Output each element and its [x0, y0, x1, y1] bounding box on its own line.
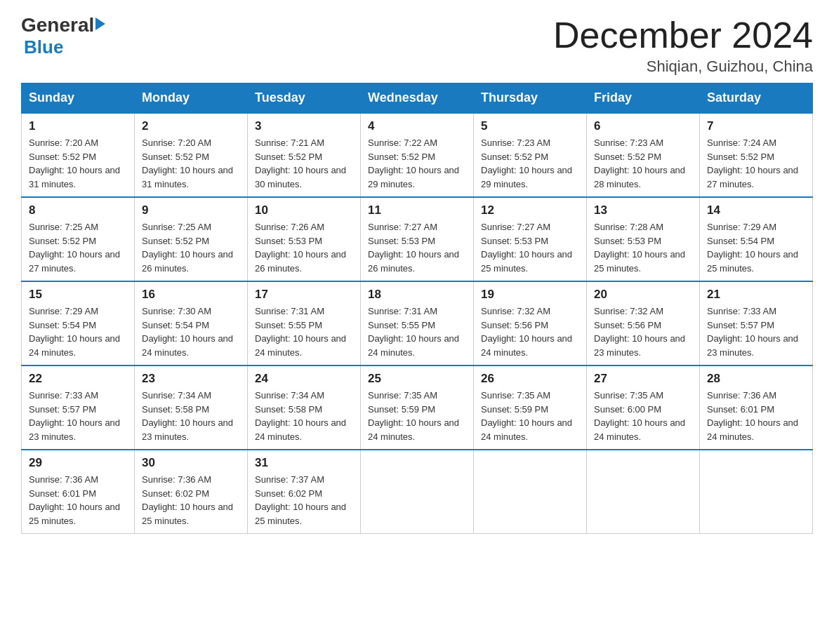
- day-info: Sunrise: 7:35 AMSunset: 5:59 PMDaylight:…: [368, 389, 466, 443]
- day-info: Sunrise: 7:20 AMSunset: 5:52 PMDaylight:…: [29, 136, 127, 191]
- day-number: 1: [29, 119, 127, 133]
- calendar-cell: 3Sunrise: 7:21 AMSunset: 5:52 PMDaylight…: [248, 113, 361, 197]
- day-info: Sunrise: 7:27 AMSunset: 5:53 PMDaylight:…: [481, 220, 579, 275]
- calendar-week-row: 15Sunrise: 7:29 AMSunset: 5:54 PMDayligh…: [22, 281, 813, 365]
- day-number: 12: [481, 203, 579, 217]
- day-number: 14: [707, 203, 805, 217]
- day-number: 25: [368, 372, 466, 386]
- day-number: 31: [255, 456, 353, 470]
- calendar-cell: 1Sunrise: 7:20 AMSunset: 5:52 PMDaylight…: [22, 113, 135, 197]
- calendar-cell: [361, 450, 474, 534]
- day-info: Sunrise: 7:34 AMSunset: 5:58 PMDaylight:…: [142, 389, 240, 443]
- day-number: 19: [481, 288, 579, 302]
- calendar-cell: 15Sunrise: 7:29 AMSunset: 5:54 PMDayligh…: [22, 281, 135, 365]
- day-info: Sunrise: 7:29 AMSunset: 5:54 PMDaylight:…: [29, 304, 127, 359]
- calendar-cell: 17Sunrise: 7:31 AMSunset: 5:55 PMDayligh…: [248, 281, 361, 365]
- calendar-cell: 16Sunrise: 7:30 AMSunset: 5:54 PMDayligh…: [135, 281, 248, 365]
- day-info: Sunrise: 7:32 AMSunset: 5:56 PMDaylight:…: [481, 304, 579, 359]
- title-section: December 2024 Shiqian, Guizhou, China: [553, 14, 813, 76]
- day-info: Sunrise: 7:36 AMSunset: 6:02 PMDaylight:…: [142, 473, 240, 528]
- calendar-header-row: SundayMondayTuesdayWednesdayThursdayFrid…: [22, 83, 813, 114]
- day-info: Sunrise: 7:31 AMSunset: 5:55 PMDaylight:…: [255, 304, 353, 359]
- day-info: Sunrise: 7:27 AMSunset: 5:53 PMDaylight:…: [368, 220, 466, 275]
- day-info: Sunrise: 7:34 AMSunset: 5:58 PMDaylight:…: [255, 389, 353, 443]
- day-info: Sunrise: 7:35 AMSunset: 6:00 PMDaylight:…: [594, 389, 692, 443]
- day-info: Sunrise: 7:26 AMSunset: 5:53 PMDaylight:…: [255, 220, 353, 275]
- calendar-cell: 19Sunrise: 7:32 AMSunset: 5:56 PMDayligh…: [474, 281, 587, 365]
- day-number: 10: [255, 203, 353, 217]
- day-info: Sunrise: 7:24 AMSunset: 5:52 PMDaylight:…: [707, 136, 805, 191]
- day-header-saturday: Saturday: [700, 83, 813, 114]
- calendar-cell: 26Sunrise: 7:35 AMSunset: 5:59 PMDayligh…: [474, 365, 587, 450]
- day-number: 15: [29, 288, 127, 302]
- calendar-week-row: 29Sunrise: 7:36 AMSunset: 6:01 PMDayligh…: [22, 450, 813, 534]
- calendar-week-row: 8Sunrise: 7:25 AMSunset: 5:52 PMDaylight…: [22, 197, 813, 281]
- day-number: 23: [142, 372, 240, 386]
- logo-triangle-icon: [95, 18, 105, 30]
- day-header-tuesday: Tuesday: [248, 83, 361, 114]
- day-number: 9: [142, 203, 240, 217]
- calendar-cell: 11Sunrise: 7:27 AMSunset: 5:53 PMDayligh…: [361, 197, 474, 281]
- day-info: Sunrise: 7:28 AMSunset: 5:53 PMDaylight:…: [594, 220, 692, 275]
- calendar-cell: 29Sunrise: 7:36 AMSunset: 6:01 PMDayligh…: [22, 450, 135, 534]
- day-info: Sunrise: 7:36 AMSunset: 6:01 PMDaylight:…: [707, 389, 805, 443]
- day-number: 26: [481, 372, 579, 386]
- day-number: 30: [142, 456, 240, 470]
- calendar-week-row: 1Sunrise: 7:20 AMSunset: 5:52 PMDaylight…: [22, 113, 813, 197]
- day-info: Sunrise: 7:20 AMSunset: 5:52 PMDaylight:…: [142, 136, 240, 191]
- day-info: Sunrise: 7:31 AMSunset: 5:55 PMDaylight:…: [368, 304, 466, 359]
- day-header-monday: Monday: [135, 83, 248, 114]
- day-number: 18: [368, 288, 466, 302]
- day-info: Sunrise: 7:33 AMSunset: 5:57 PMDaylight:…: [29, 389, 127, 443]
- day-number: 29: [29, 456, 127, 470]
- day-number: 21: [707, 288, 805, 302]
- day-header-friday: Friday: [587, 83, 700, 114]
- day-number: 24: [255, 372, 353, 386]
- calendar-cell: 9Sunrise: 7:25 AMSunset: 5:52 PMDaylight…: [135, 197, 248, 281]
- day-info: Sunrise: 7:25 AMSunset: 5:52 PMDaylight:…: [142, 220, 240, 275]
- day-number: 6: [594, 119, 692, 133]
- calendar-cell: 5Sunrise: 7:23 AMSunset: 5:52 PMDaylight…: [474, 113, 587, 197]
- day-number: 28: [707, 372, 805, 386]
- calendar-table: SundayMondayTuesdayWednesdayThursdayFrid…: [21, 83, 813, 534]
- calendar-cell: [700, 450, 813, 534]
- day-info: Sunrise: 7:37 AMSunset: 6:02 PMDaylight:…: [255, 473, 353, 528]
- calendar-cell: 4Sunrise: 7:22 AMSunset: 5:52 PMDaylight…: [361, 113, 474, 197]
- calendar-cell: 23Sunrise: 7:34 AMSunset: 5:58 PMDayligh…: [135, 365, 248, 450]
- day-number: 13: [594, 203, 692, 217]
- calendar-cell: 10Sunrise: 7:26 AMSunset: 5:53 PMDayligh…: [248, 197, 361, 281]
- day-info: Sunrise: 7:35 AMSunset: 5:59 PMDaylight:…: [481, 389, 579, 443]
- day-number: 11: [368, 203, 466, 217]
- day-header-wednesday: Wednesday: [361, 83, 474, 114]
- calendar-cell: 18Sunrise: 7:31 AMSunset: 5:55 PMDayligh…: [361, 281, 474, 365]
- day-number: 16: [142, 288, 240, 302]
- calendar-cell: 31Sunrise: 7:37 AMSunset: 6:02 PMDayligh…: [248, 450, 361, 534]
- day-number: 27: [594, 372, 692, 386]
- calendar-cell: [474, 450, 587, 534]
- day-number: 17: [255, 288, 353, 302]
- day-header-thursday: Thursday: [474, 83, 587, 114]
- day-number: 20: [594, 288, 692, 302]
- day-info: Sunrise: 7:33 AMSunset: 5:57 PMDaylight:…: [707, 304, 805, 359]
- calendar-cell: 24Sunrise: 7:34 AMSunset: 5:58 PMDayligh…: [248, 365, 361, 450]
- calendar-week-row: 22Sunrise: 7:33 AMSunset: 5:57 PMDayligh…: [22, 365, 813, 450]
- day-header-sunday: Sunday: [22, 83, 135, 114]
- calendar-cell: 7Sunrise: 7:24 AMSunset: 5:52 PMDaylight…: [700, 113, 813, 197]
- day-number: 8: [29, 203, 127, 217]
- logo-blue-text: Blue: [24, 36, 63, 58]
- day-number: 2: [142, 119, 240, 133]
- day-info: Sunrise: 7:30 AMSunset: 5:54 PMDaylight:…: [142, 304, 240, 359]
- calendar-cell: 30Sunrise: 7:36 AMSunset: 6:02 PMDayligh…: [135, 450, 248, 534]
- calendar-cell: 27Sunrise: 7:35 AMSunset: 6:00 PMDayligh…: [587, 365, 700, 450]
- day-info: Sunrise: 7:32 AMSunset: 5:56 PMDaylight:…: [594, 304, 692, 359]
- month-title: December 2024: [553, 14, 813, 56]
- logo-general-text: General: [21, 14, 94, 36]
- calendar-cell: 21Sunrise: 7:33 AMSunset: 5:57 PMDayligh…: [700, 281, 813, 365]
- calendar-cell: 12Sunrise: 7:27 AMSunset: 5:53 PMDayligh…: [474, 197, 587, 281]
- calendar-cell: 6Sunrise: 7:23 AMSunset: 5:52 PMDaylight…: [587, 113, 700, 197]
- logo: General Blue: [21, 14, 105, 58]
- calendar-cell: 2Sunrise: 7:20 AMSunset: 5:52 PMDaylight…: [135, 113, 248, 197]
- calendar-cell: 28Sunrise: 7:36 AMSunset: 6:01 PMDayligh…: [700, 365, 813, 450]
- day-info: Sunrise: 7:25 AMSunset: 5:52 PMDaylight:…: [29, 220, 127, 275]
- location: Shiqian, Guizhou, China: [553, 58, 813, 76]
